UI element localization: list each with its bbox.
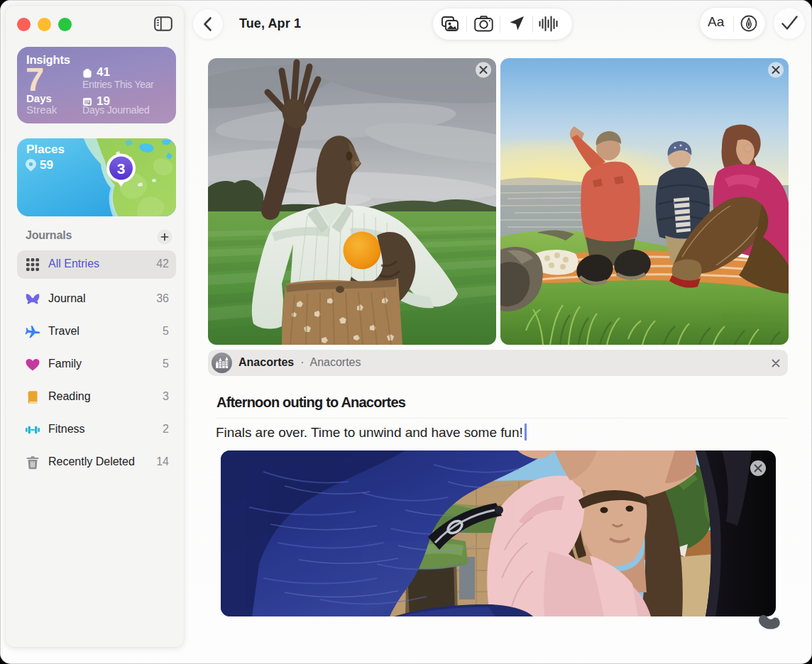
svg-text:3: 3 [117,160,126,177]
